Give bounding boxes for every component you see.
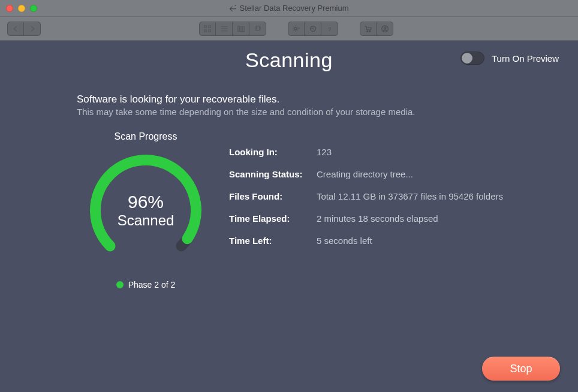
window-outline [2, 2, 576, 390]
